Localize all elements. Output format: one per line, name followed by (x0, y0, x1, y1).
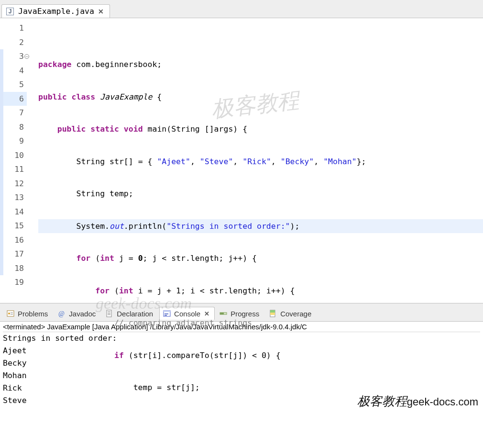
line-number: 9 (0, 134, 27, 148)
editor-tab-javaexample[interactable]: J JavaExample.java ✕ (1, 4, 110, 18)
svg-rect-2 (11, 313, 13, 313)
problems-icon (6, 309, 15, 318)
line-number: 6 (0, 92, 27, 106)
code-area[interactable]: 极客教程 package com.beginnersbook; public c… (30, 18, 483, 303)
line-number: 15 (0, 219, 27, 233)
line-number: 3– (0, 49, 27, 64)
line-number: 2 (0, 35, 27, 50)
line-gutter: 123–45678910111213141516171819 (0, 18, 30, 303)
line-number: 4 (0, 64, 27, 78)
close-icon[interactable]: ✕ (98, 8, 104, 15)
fold-icon[interactable]: – (24, 54, 29, 59)
line-number: 11 (0, 162, 27, 177)
line-number: 5 (0, 78, 27, 92)
svg-point-1 (8, 313, 10, 314)
line-number: 10 (0, 148, 27, 163)
line-number: 14 (0, 205, 27, 219)
line-number: 7 (0, 106, 27, 120)
java-file-icon: J (6, 7, 14, 16)
line-number: 12 (0, 177, 27, 191)
editor-tabbar: J JavaExample.java ✕ (0, 0, 483, 18)
line-number: 19 (0, 275, 27, 290)
code-editor[interactable]: 123–45678910111213141516171819 极客教程 pack… (0, 18, 483, 303)
line-number: 16 (0, 233, 27, 247)
footer-watermark: 极客教程geek-docs.com (357, 393, 478, 410)
line-number: 18 (0, 261, 27, 276)
line-number: 1 (0, 21, 27, 35)
line-number: 13 (0, 190, 27, 205)
line-number: 8 (0, 120, 27, 134)
svg-rect-3 (11, 314, 13, 314)
editor-tab-filename: JavaExample.java (18, 7, 94, 16)
line-number: 17 (0, 247, 27, 261)
